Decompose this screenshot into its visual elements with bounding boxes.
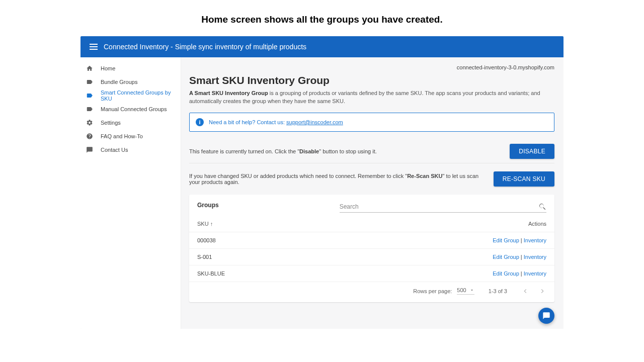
sidebar-item-label: Smart Connected Groups by SKU	[101, 89, 176, 102]
edit-group-link[interactable]: Edit Group	[493, 270, 519, 277]
sidebar-item-label: Home	[101, 65, 115, 71]
help-prefix: Need a bit of help? Contact us:	[209, 119, 286, 125]
label-icon	[86, 105, 94, 113]
app-window: Connected Inventory - Simple sync invent…	[80, 36, 564, 329]
search-field[interactable]	[340, 203, 546, 213]
col-actions-header: Actions	[528, 221, 546, 227]
menu-icon[interactable]	[87, 40, 101, 54]
chat-icon	[542, 312, 550, 320]
info-icon: i	[196, 118, 204, 126]
inventory-link[interactable]: Inventory	[524, 254, 546, 260]
sidebar: Home Bundle Groups Smart Connected Group…	[80, 57, 181, 329]
sidebar-item-label: Manual Connected Groups	[101, 106, 167, 112]
card-header: Groups	[189, 195, 554, 213]
app-body: Home Bundle Groups Smart Connected Group…	[80, 57, 564, 329]
rescan-text: If you have changed SKU or added product…	[189, 173, 494, 185]
search-icon	[538, 203, 546, 211]
help-banner: i Need a bit of help? Contact us: suppor…	[189, 113, 554, 132]
prev-page-button[interactable]	[521, 287, 529, 295]
sidebar-item-label: Settings	[101, 120, 121, 126]
rpp-value: 500	[457, 287, 466, 293]
sidebar-item-contact[interactable]: Contact Us	[80, 143, 181, 156]
sidebar-item-label: FAQ and How-To	[101, 133, 143, 139]
edit-group-link[interactable]: Edit Group	[493, 237, 519, 243]
groups-card: Groups SKU ↑ Actions 000038 Edit Group |…	[189, 195, 554, 302]
sidebar-item-home[interactable]: Home	[80, 61, 181, 75]
sidebar-item-label: Bundle Groups	[101, 79, 137, 85]
edit-group-link[interactable]: Edit Group	[493, 254, 519, 260]
page-title: Smart SKU Inventory Group	[189, 74, 554, 86]
rescan-button[interactable]: RE-SCAN SKU	[494, 171, 554, 187]
chat-icon	[86, 146, 94, 154]
table-row: S-001 Edit Group | Inventory	[189, 249, 554, 265]
sidebar-item-bundle-groups[interactable]: Bundle Groups	[80, 75, 181, 88]
action-sep: |	[519, 237, 524, 243]
search-input[interactable]	[340, 203, 538, 210]
sidebar-item-settings[interactable]: Settings	[80, 116, 181, 129]
feature-status-row: This feature is currently turned on. Cli…	[189, 139, 554, 159]
actions-cell: Edit Group | Inventory	[493, 254, 546, 260]
rpp-select[interactable]: 500	[457, 287, 474, 295]
page-caption: Home screen shows all the groups you hav…	[0, 0, 644, 36]
intercom-chat-button[interactable]	[538, 308, 554, 324]
actions-cell: Edit Group | Inventory	[493, 237, 546, 243]
divider	[189, 163, 554, 163]
table-row: SKU-BLUE Edit Group | Inventory	[189, 265, 554, 282]
pager-nav	[521, 287, 546, 295]
col-sku-header[interactable]: SKU ↑	[197, 221, 528, 227]
page-description: A Smart SKU Inventory Group is a groupin…	[189, 89, 554, 106]
main-panel: connected-inventory-3-0.myshopify.com Sm…	[181, 57, 564, 329]
rows-per-page: Rows per page: 500	[413, 287, 474, 295]
action-sep: |	[519, 254, 524, 260]
rpp-label: Rows per page:	[413, 288, 452, 294]
sku-cell: 000038	[197, 237, 493, 243]
next-page-button[interactable]	[538, 287, 546, 295]
label-icon	[86, 92, 94, 100]
help-text: Need a bit of help? Contact us: support@…	[209, 119, 343, 125]
support-email-link[interactable]: support@inscoder.com	[286, 119, 343, 125]
label-icon	[86, 78, 94, 86]
sku-cell: S-001	[197, 254, 493, 260]
table-row: 000038 Edit Group | Inventory	[189, 232, 554, 249]
sidebar-item-manual-groups[interactable]: Manual Connected Groups	[80, 102, 181, 116]
table-header: SKU ↑ Actions	[189, 213, 554, 232]
groups-title: Groups	[197, 202, 219, 213]
action-sep: |	[519, 270, 524, 277]
page-range: 1-3 of 3	[489, 288, 507, 294]
topbar: Connected Inventory - Simple sync invent…	[80, 36, 564, 57]
inventory-link[interactable]: Inventory	[524, 270, 546, 277]
help-icon	[86, 132, 94, 140]
disable-button[interactable]: DISABLE	[510, 144, 554, 159]
app-title: Connected Inventory - Simple sync invent…	[104, 43, 306, 51]
sidebar-item-smart-sku[interactable]: Smart Connected Groups by SKU	[80, 88, 181, 102]
gear-icon	[86, 119, 94, 127]
desc-bold: A Smart SKU Inventory Group	[189, 90, 270, 96]
rescan-row: If you have changed SKU or added product…	[189, 171, 554, 187]
sku-cell: SKU-BLUE	[197, 270, 493, 277]
table-pager: Rows per page: 500 1-3 of 3	[189, 282, 554, 302]
store-url: connected-inventory-3-0.myshopify.com	[189, 64, 554, 70]
actions-cell: Edit Group | Inventory	[493, 270, 546, 277]
feature-status-text: This feature is currently turned on. Cli…	[189, 148, 510, 154]
inventory-link[interactable]: Inventory	[524, 237, 546, 243]
chevron-down-icon	[469, 288, 474, 293]
home-icon	[86, 64, 94, 72]
sidebar-item-label: Contact Us	[101, 147, 128, 153]
sidebar-item-faq[interactable]: FAQ and How-To	[80, 129, 181, 143]
